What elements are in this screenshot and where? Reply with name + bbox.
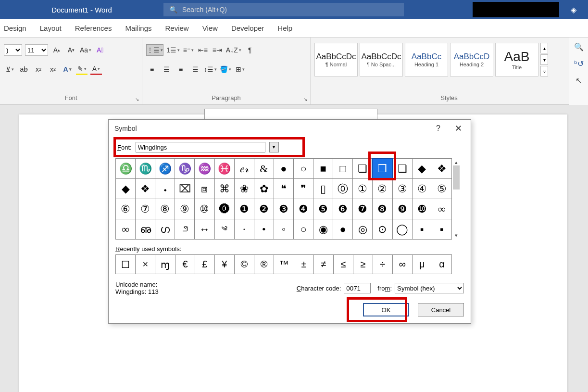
scroll-thumb[interactable] (453, 165, 460, 190)
symbol-cell[interactable]: ♓ (214, 159, 234, 179)
symbol-cell[interactable]: ♐ (155, 159, 175, 179)
select-icon[interactable]: ↖ (575, 76, 582, 85)
gallery-expand-icon[interactable]: ▿ (540, 66, 548, 76)
symbol-cell[interactable]: ▯ (313, 179, 333, 199)
tab-references[interactable]: References (75, 24, 112, 32)
from-select[interactable]: Symbol (hex) (395, 283, 464, 293)
symbol-cell[interactable]: ⑧ (155, 199, 175, 219)
paragraph-group-launcher-icon[interactable]: ↘ (302, 97, 308, 102)
justify-button[interactable]: ☰ (189, 63, 201, 75)
symbol-grid[interactable]: ♎♏♐♑♒♓𝑒𝓇&●○■□❏❐❑◆❖◆❖⬩⌧⧈⌘❀✿❝❞▯⓪①②③④⑤⑥⑦⑧⑨⑩… (115, 158, 452, 240)
symbol-cell[interactable]: ∞ (432, 199, 451, 219)
dialog-close-button[interactable]: ✕ (452, 123, 465, 134)
recent-symbol-cell[interactable]: × (136, 255, 155, 274)
premium-icon[interactable]: ◈ (566, 5, 581, 14)
recent-symbol-cell[interactable]: ≤ (333, 255, 353, 274)
recent-symbol-cell[interactable]: ɱ (155, 255, 175, 274)
show-marks-button[interactable]: ¶ (244, 44, 256, 56)
style-no-spacing[interactable]: AaBbCcDc ¶ No Spac... (360, 43, 403, 76)
symbol-cell[interactable]: ⌘ (214, 179, 234, 199)
symbol-cell[interactable]: ❷ (254, 199, 274, 219)
symbol-cell[interactable]: ❺ (313, 199, 333, 219)
scroll-down-icon[interactable]: ▾ (455, 232, 458, 239)
symbol-cell[interactable]: ⊙ (373, 219, 392, 240)
recent-symbols-grid[interactable]: ☐×ɱ€£¥©®™±≠≤≥÷∞μα (115, 254, 452, 274)
symbol-cell[interactable]: ༄ (214, 219, 234, 240)
tab-design[interactable]: Design (4, 24, 26, 32)
symbol-cell[interactable]: ♏ (136, 159, 155, 179)
align-right-button[interactable]: ≡ (175, 63, 187, 75)
symbol-cell[interactable]: ● (274, 159, 293, 179)
multilevel-list-button[interactable]: ≡⁻ (183, 44, 194, 56)
symbol-cell[interactable]: ⑤ (432, 179, 451, 199)
style-normal[interactable]: AaBbCcDc ¶ Normal (314, 43, 358, 76)
symbol-cell[interactable]: ❐ (373, 159, 392, 179)
shading-button[interactable]: 🪣 (220, 63, 231, 75)
style-heading1[interactable]: AaBbCc Heading 1 (405, 43, 448, 76)
numbering-button[interactable]: 1☰ (166, 44, 180, 56)
symbol-cell[interactable]: ▪ (412, 219, 432, 240)
symbol-cell[interactable]: ❹ (293, 199, 313, 219)
style-heading2[interactable]: AaBbCcD Heading 2 (450, 43, 493, 76)
recent-symbol-cell[interactable]: ≥ (353, 255, 373, 274)
symbol-cell[interactable]: ① (353, 179, 373, 199)
symbol-cell[interactable]: ⌧ (175, 179, 195, 199)
symbol-cell[interactable]: ❸ (274, 199, 293, 219)
symbol-cell[interactable]: ▪ (432, 219, 451, 240)
line-spacing-button[interactable]: ↕☰ (204, 63, 217, 75)
dialog-font-dropdown-icon[interactable]: ▾ (269, 142, 279, 152)
symbol-cell[interactable]: ④ (412, 179, 432, 199)
increase-indent-button[interactable]: ≡⇥ (212, 44, 223, 56)
replace-icon[interactable]: ᵇ↺ (574, 59, 584, 68)
symbol-cell[interactable]: ♑ (175, 159, 195, 179)
symbol-cell[interactable]: ⬩ (155, 179, 175, 199)
tab-view[interactable]: View (202, 24, 218, 32)
align-left-button[interactable]: ≡ (146, 63, 158, 75)
symbol-cell[interactable]: ⓿ (214, 199, 234, 219)
symbol-cell[interactable]: ⑨ (175, 199, 195, 219)
recent-symbol-cell[interactable]: μ (412, 255, 432, 274)
symbol-cell[interactable]: ❿ (412, 199, 432, 219)
symbol-cell[interactable]: ❻ (333, 199, 353, 219)
recent-symbol-cell[interactable]: α (432, 255, 451, 274)
sort-button[interactable]: A↓Z (226, 44, 241, 56)
symbol-cell[interactable]: ∞ (116, 219, 136, 240)
dialog-help-button[interactable]: ? (436, 124, 440, 133)
font-group-launcher-icon[interactable]: ↘ (134, 97, 140, 102)
dialog-font-input[interactable] (136, 142, 265, 152)
symbol-cell[interactable]: ❽ (373, 199, 392, 219)
symbol-cell[interactable]: ◆ (116, 179, 136, 199)
scroll-up-icon[interactable]: ▴ (455, 159, 458, 165)
symbol-cell[interactable]: ■ (313, 159, 333, 179)
gallery-up-icon[interactable]: ▴ (540, 43, 548, 53)
recent-symbol-cell[interactable]: ± (294, 255, 313, 274)
symbol-cell[interactable]: ⑥ (116, 199, 136, 219)
recent-symbol-cell[interactable]: ® (254, 255, 274, 274)
align-center-button[interactable]: ☰ (161, 63, 172, 75)
symbol-cell[interactable]: • (254, 219, 274, 240)
symbol-cell[interactable]: ❖ (432, 159, 451, 179)
highlight-button[interactable]: ✎ (76, 63, 88, 75)
cancel-button[interactable]: Cancel (418, 303, 464, 316)
borders-button[interactable]: ⊞ (234, 63, 246, 75)
symbol-cell[interactable]: ⧈ (195, 179, 214, 199)
symbol-cell[interactable]: ♎ (116, 159, 136, 179)
subscript-button[interactable]: x2 (33, 63, 44, 75)
recent-symbol-cell[interactable]: ¥ (214, 255, 234, 274)
symbol-cell[interactable]: ❀ (234, 179, 254, 199)
shrink-font-button[interactable]: A▾ (65, 44, 77, 56)
symbol-cell[interactable]: ⑦ (136, 199, 155, 219)
find-icon[interactable]: 🔍 (574, 42, 584, 51)
symbol-cell[interactable]: ✿ (254, 179, 274, 199)
tab-layout[interactable]: Layout (40, 24, 62, 32)
symbol-cell[interactable]: ◦ (274, 219, 293, 240)
font-family-select[interactable]: ) (4, 44, 22, 56)
bullets-button[interactable]: ⋮☰ (146, 44, 163, 56)
symbol-cell[interactable]: ⑩ (195, 199, 214, 219)
symbol-cell[interactable]: ❏ (353, 159, 373, 179)
tab-help[interactable]: Help (277, 24, 292, 32)
tab-review[interactable]: Review (165, 24, 189, 32)
strikethrough-button[interactable]: ab̶ (18, 63, 30, 75)
symbol-cell[interactable]: ○ (293, 219, 313, 240)
account-area[interactable] (473, 2, 559, 17)
